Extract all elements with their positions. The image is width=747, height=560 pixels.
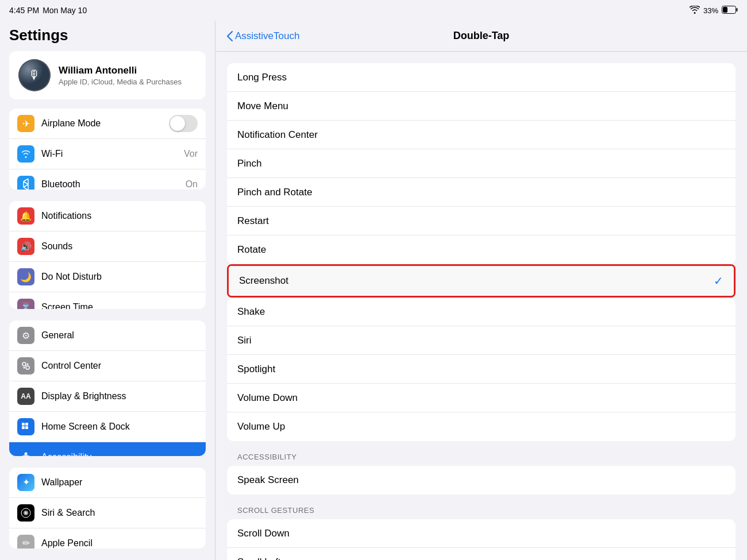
list-item-volumedown[interactable]: Volume Down: [227, 384, 736, 412]
right-panel: AssistiveTouch Double-Tap Long Press Mov…: [215, 21, 747, 560]
sidebar-item-bluetooth[interactable]: Bluetooth On: [9, 169, 206, 190]
list-item-notificationcenter[interactable]: Notification Center: [227, 121, 736, 149]
page-title: Double-Tap: [354, 30, 609, 42]
rotate-label: Rotate: [237, 244, 725, 256]
notificationcenter-label: Notification Center: [237, 129, 725, 141]
controlcenter-icon: [17, 357, 34, 374]
scrollgestures-section: SCROLL GESTURES Scroll Down Scroll Left …: [227, 495, 736, 560]
nav-bar: AssistiveTouch Double-Tap: [215, 21, 747, 52]
airplane-toggle[interactable]: [169, 115, 198, 132]
sidebar-title: Settings: [0, 21, 215, 49]
options-list-after: Shake Siri Spotlight Volume Down Volume …: [227, 298, 736, 441]
svg-rect-10: [22, 423, 25, 426]
sidebar-item-screentime[interactable]: ⌛ Screen Time: [9, 292, 206, 309]
back-button[interactable]: AssistiveTouch: [227, 30, 354, 42]
sidebar-item-controlcenter[interactable]: Control Center: [9, 351, 206, 381]
siri-option-label: Siri: [237, 335, 725, 346]
general-label: General: [41, 330, 198, 341]
battery-label: 33%: [703, 6, 718, 15]
sidebar-item-accessibility[interactable]: Accessibility: [9, 442, 206, 456]
svg-text:🎙: 🎙: [28, 68, 41, 82]
accessibility-label: Accessibility: [41, 452, 198, 456]
list-item-siri[interactable]: Siri: [227, 326, 736, 355]
list-item-scrolldown[interactable]: Scroll Down: [227, 519, 736, 548]
svg-point-17: [25, 512, 27, 513]
time-label: 4:45 PM: [9, 6, 39, 15]
wallpaper-label: Wallpaper: [41, 477, 198, 488]
list-item-spotlight[interactable]: Spotlight: [227, 355, 736, 384]
sidebar-item-airplane[interactable]: ✈ Airplane Mode: [9, 109, 206, 139]
volumeup-label: Volume Up: [237, 421, 725, 432]
accessibility-section: ACCESSIBILITY Speak Screen: [227, 441, 736, 495]
list-item-scrollleft[interactable]: Scroll Left: [227, 548, 736, 560]
sidebar-item-siri[interactable]: Siri & Search: [9, 498, 206, 528]
list-item-screenshot[interactable]: Screenshot ✓: [229, 266, 734, 296]
profile-name: William Antonelli: [59, 65, 182, 76]
list-item-longpress[interactable]: Long Press: [227, 63, 736, 92]
list-item-speakscreen[interactable]: Speak Screen: [227, 466, 736, 495]
avatar: 🎙: [18, 59, 51, 91]
sounds-label: Sounds: [41, 241, 198, 252]
spotlight-label: Spotlight: [237, 364, 725, 375]
date-label: Mon May 10: [43, 6, 87, 15]
status-bar: 4:45 PM Mon May 10 33%: [0, 0, 747, 21]
sidebar-item-donotdisturb[interactable]: 🌙 Do Not Disturb: [9, 262, 206, 292]
list-item-volumeup[interactable]: Volume Up: [227, 412, 736, 441]
pinchandrotate-label: Pinch and Rotate: [237, 187, 725, 198]
sidebar-item-wallpaper[interactable]: ✦ Wallpaper: [9, 468, 206, 498]
applepencil-label: Apple Pencil: [41, 538, 198, 549]
screenshot-checkmark: ✓: [714, 274, 723, 288]
svg-point-14: [25, 453, 28, 455]
scrolldown-label: Scroll Down: [237, 528, 725, 539]
screenshot-label: Screenshot: [239, 275, 714, 287]
sidebar-item-notifications[interactable]: 🔔 Notifications: [9, 201, 206, 231]
screentime-icon: ⌛: [17, 299, 34, 309]
display-label: Display & Brightness: [41, 391, 198, 401]
list-item-restart[interactable]: Restart: [227, 207, 736, 235]
list-item-movemenu[interactable]: Move Menu: [227, 92, 736, 121]
airplane-label: Airplane Mode: [41, 118, 162, 129]
wifi-icon: [690, 6, 700, 16]
bluetooth-icon: [17, 176, 34, 190]
accessibility-section-header: ACCESSIBILITY: [227, 441, 736, 466]
general-group: ⚙ General Control Center AA Display & Br…: [9, 320, 206, 456]
profile-card[interactable]: 🎙 William Antonelli Apple ID, iCloud, Me…: [9, 51, 206, 99]
wallpaper-icon: ✦: [17, 474, 34, 491]
list-item-rotate[interactable]: Rotate: [227, 235, 736, 264]
svg-point-7: [26, 366, 29, 369]
list-item-pinch[interactable]: Pinch: [227, 149, 736, 178]
notifications-label: Notifications: [41, 211, 198, 221]
speakscreen-label: Speak Screen: [237, 474, 725, 486]
sidebar-item-wifi[interactable]: Wi-Fi Vor: [9, 139, 206, 169]
connectivity-group: ✈ Airplane Mode Wi-Fi Vor: [9, 109, 206, 190]
homescreen-label: Home Screen & Dock: [41, 422, 198, 432]
wifi-label: Wi-Fi: [41, 149, 177, 159]
svg-point-9: [24, 367, 25, 369]
restart-label: Restart: [237, 215, 725, 227]
siri-label: Siri & Search: [41, 508, 198, 518]
sidebar-item-applepencil[interactable]: ✏ Apple Pencil: [9, 528, 206, 549]
content-area: Long Press Move Menu Notification Center…: [215, 52, 747, 560]
list-item-shake[interactable]: Shake: [227, 298, 736, 326]
sidebar-item-homescreen[interactable]: Home Screen & Dock: [9, 412, 206, 442]
svg-rect-11: [25, 423, 28, 426]
svg-rect-2: [723, 7, 727, 13]
list-item-pinchandrotate[interactable]: Pinch and Rotate: [227, 178, 736, 207]
controlcenter-label: Control Center: [41, 361, 198, 371]
display-icon: AA: [17, 388, 34, 405]
movemenu-label: Move Menu: [237, 101, 725, 112]
homescreen-icon: [17, 418, 34, 435]
profile-subtitle: Apple ID, iCloud, Media & Purchases: [59, 78, 182, 86]
shake-label: Shake: [237, 306, 725, 318]
bluetooth-value: On: [186, 179, 198, 190]
battery-icon: [722, 6, 738, 16]
options-list: Long Press Move Menu Notification Center…: [227, 63, 736, 264]
sounds-icon: 🔊: [17, 238, 34, 255]
wifi-settings-icon: [17, 145, 34, 163]
sidebar-item-display[interactable]: AA Display & Brightness: [9, 381, 206, 412]
scrollgestures-section-header: SCROLL GESTURES: [227, 495, 736, 519]
svg-point-6: [22, 362, 26, 366]
sidebar-item-sounds[interactable]: 🔊 Sounds: [9, 231, 206, 262]
sidebar-item-general[interactable]: ⚙ General: [9, 320, 206, 351]
svg-rect-13: [25, 426, 28, 429]
